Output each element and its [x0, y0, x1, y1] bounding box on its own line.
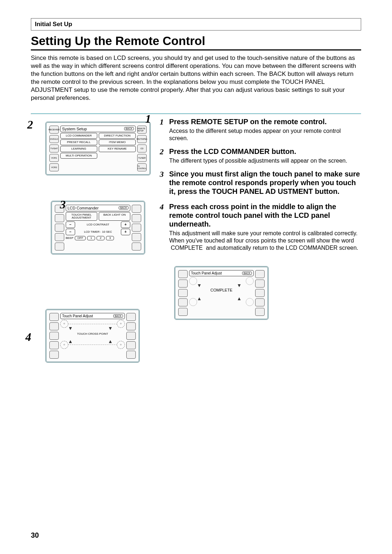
p2-side-r5[interactable] — [132, 243, 141, 250]
p3-side-l4[interactable] — [49, 341, 59, 349]
cross-point-tr[interactable]: + — [117, 320, 125, 328]
step-3: 3 Since you must first align the touch p… — [160, 170, 361, 197]
panel4-back[interactable]: BACK — [242, 272, 252, 275]
btn-lcd-commander[interactable]: LCD COMMANDER — [60, 133, 97, 139]
page-title: Setting Up the Remote Control — [31, 34, 361, 50]
intro-text: Since this remote is based on LCD screen… — [31, 54, 361, 102]
btn-preset-recall[interactable]: PRESET RECALL — [60, 139, 97, 145]
svg-line-6 — [199, 293, 208, 299]
p4-side-l2[interactable] — [178, 280, 188, 288]
p4-corner-tr — [246, 277, 254, 285]
step-2-desc: The different types of possible adjustme… — [169, 157, 361, 164]
panel1-back[interactable]: BACK — [124, 127, 134, 130]
p2-side-l5[interactable] — [55, 243, 64, 250]
p4-side-l5[interactable] — [178, 308, 188, 316]
step-3-head: Since you must first align the touch pan… — [169, 170, 361, 196]
p4-side-r3[interactable] — [255, 289, 265, 297]
p3-side-r4[interactable] — [126, 341, 136, 349]
side-tuner[interactable]: TUNER — [137, 154, 147, 162]
btn-item-memo[interactable]: ITEM MEMO — [99, 139, 136, 145]
svg-line-5 — [230, 286, 239, 292]
p3-side-l1[interactable] — [49, 313, 59, 321]
timer-minus[interactable]: − — [66, 229, 75, 235]
side-dvdld[interactable]: DVD/LD — [49, 135, 59, 143]
step-4: 4 Press each cross point in the middle t… — [160, 202, 361, 252]
btn-learning[interactable]: LEARNING — [60, 146, 97, 152]
step-4-desc: This adjustment will make sure your remo… — [169, 230, 361, 252]
callout-1: 1 — [145, 112, 151, 126]
p3-side-l5[interactable] — [49, 351, 59, 359]
p4-side-r4[interactable] — [255, 298, 265, 306]
p2-side-l2[interactable] — [55, 214, 64, 222]
beep-3[interactable]: 3 — [106, 236, 114, 240]
p3-side-l2[interactable] — [49, 322, 59, 330]
contrast-plus[interactable]: + — [121, 221, 130, 228]
step-4-num: 4 — [160, 202, 169, 252]
lcd-timer-label: LCD TIMER : 10 SEC — [77, 230, 119, 233]
remote-panel-system-setup: RECEIVER DVD/LD TV/SAT VCR1 VCR2 System … — [45, 122, 151, 175]
panel3-title: Touch Panel Adjust — [62, 314, 93, 318]
svg-line-7 — [230, 293, 239, 299]
p2-side-r2[interactable] — [132, 214, 141, 222]
panel2-back[interactable]: BACK — [119, 206, 128, 209]
step-1-desc: Access to the different setup modes appe… — [169, 127, 361, 142]
step-1-num: 1 — [160, 117, 169, 142]
p4-side-l1[interactable] — [178, 270, 188, 278]
step-3-num: 3 — [160, 170, 169, 197]
timer-plus[interactable]: + — [121, 229, 130, 235]
btn-direct-function[interactable]: DIRECT FUNCTION — [99, 133, 136, 139]
step-2: 2 Press the LCD COMMANDER button. The di… — [160, 147, 361, 164]
beep-1[interactable]: 1 — [87, 236, 95, 240]
step-1-head: Press REMOTE SETUP on the remote control… — [169, 117, 361, 126]
cross-point-br[interactable]: + — [117, 341, 125, 349]
contrast-minus[interactable]: − — [66, 221, 75, 228]
p2-side-l4[interactable] — [55, 233, 64, 241]
p2-side-r4[interactable] — [132, 233, 141, 241]
side-cd[interactable]: CD — [137, 144, 147, 152]
btn-touch-panel-adjustment[interactable]: TOUCH PANEL ADJUSTMENT — [66, 212, 97, 221]
p3-side-r5[interactable] — [126, 351, 136, 359]
btn-key-rename[interactable]: KEY RENAME — [99, 146, 136, 152]
side-tvsat[interactable]: TV/SAT — [49, 144, 59, 152]
beep-2[interactable]: 2 — [97, 236, 105, 240]
p4-side-r1[interactable] — [255, 270, 265, 278]
step-4-head: Press each cross point in the middle to … — [169, 202, 361, 228]
svg-line-0 — [70, 329, 79, 335]
side-vcr2[interactable]: VCR2 — [49, 163, 59, 171]
side-tvcontrol[interactable]: TV CONTROL — [137, 163, 147, 171]
lcd-contrast-label: LCD CONTRAST — [77, 223, 119, 226]
side-mdtape1[interactable]: MD/TAPE1 — [137, 135, 147, 143]
page-number: 30 — [31, 531, 39, 539]
svg-line-4 — [199, 286, 208, 292]
svg-line-1 — [102, 329, 110, 335]
remote-panel-touch-adjust: Touch Panel Adjust BACK + + + + TOUCH CR… — [45, 309, 140, 363]
p3-side-l3[interactable] — [49, 332, 59, 340]
remote-panel-complete: Touch Panel Adjust BACK COMPLETE — [174, 266, 269, 320]
panel3-back[interactable]: BACK — [113, 314, 123, 318]
step-1: 1 Press REMOTE SETUP on the remote contr… — [160, 117, 361, 142]
p4-side-l4[interactable] — [178, 298, 188, 306]
panel4-title: Touch Panel Adjust — [191, 271, 222, 275]
p4-side-r2[interactable] — [255, 280, 265, 288]
svg-line-2 — [70, 336, 79, 342]
p4-side-r5[interactable] — [255, 308, 265, 316]
side-remote-setup[interactable]: REMOTE SETUP — [137, 126, 147, 134]
btn-multi-operation[interactable]: MULTI OPERATION — [60, 153, 97, 159]
p2-side-r3[interactable] — [132, 224, 141, 232]
p2-side-r1[interactable] — [132, 205, 141, 213]
p3-side-r3[interactable] — [126, 332, 136, 340]
p2-side-l3[interactable] — [55, 224, 64, 232]
beep-label: BEEP — [66, 236, 73, 240]
side-receiver[interactable]: RECEIVER — [49, 126, 59, 134]
step-2-num: 2 — [160, 147, 169, 164]
side-vcr1[interactable]: VCR1 — [49, 154, 59, 162]
p4-side-l3[interactable] — [178, 289, 188, 297]
beep-off[interactable]: OFF — [75, 236, 86, 240]
callout-2: 2 — [27, 118, 33, 131]
p3-side-r1[interactable] — [126, 313, 136, 321]
svg-line-3 — [102, 336, 110, 342]
step-2-head: Press the LCD COMMANDER button. — [169, 147, 361, 156]
btn-back-light-on[interactable]: BACK LIGHT ON — [99, 212, 130, 221]
p3-side-r2[interactable] — [126, 322, 136, 330]
callout-3: 3 — [60, 198, 66, 211]
